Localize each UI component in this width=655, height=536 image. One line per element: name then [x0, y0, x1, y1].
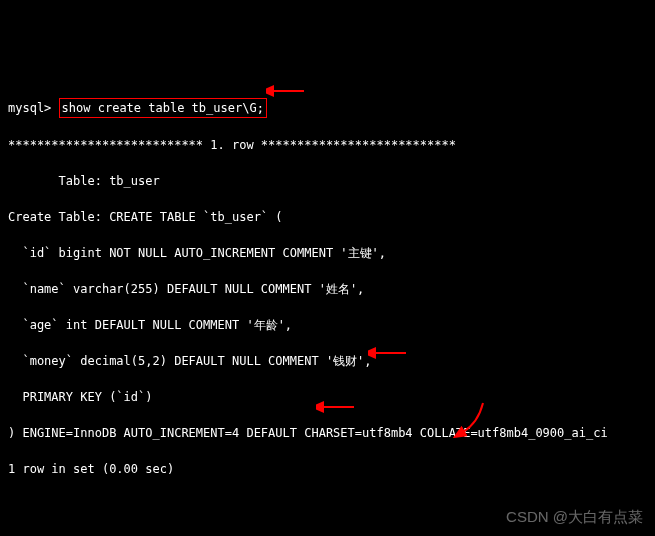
cmd1-highlight: show create table tb_user\G; — [59, 98, 267, 118]
watermark: CSDN @大白有点菜 — [506, 506, 643, 529]
out1-l8: ) ENGINE=InnoDB AUTO_INCREMENT=4 DEFAULT… — [8, 424, 647, 442]
cmd-line-1: mysql> show create table tb_user\G; — [8, 98, 647, 118]
terminal-output: mysql> show create table tb_user\G; ****… — [8, 80, 647, 536]
out1-l7: PRIMARY KEY (`id`) — [8, 388, 647, 406]
out1-l3: `id` bigint NOT NULL AUTO_INCREMENT COMM… — [8, 244, 647, 262]
out1-l5: `age` int DEFAULT NULL COMMENT '年龄', — [8, 316, 647, 334]
out1-l6: `money` decimal(5,2) DEFAULT NULL COMMEN… — [8, 352, 647, 370]
out1-l4: `name` varchar(255) DEFAULT NULL COMMENT… — [8, 280, 647, 298]
out1-l9: 1 row in set (0.00 sec) — [8, 460, 647, 478]
out1-l1: Table: tb_user — [8, 172, 647, 190]
out1-l2: Create Table: CREATE TABLE `tb_user` ( — [8, 208, 647, 226]
row-separator-1: *************************** 1. row *****… — [8, 136, 647, 154]
error-label-1: ERROR: — [8, 532, 647, 536]
prompt: mysql> — [8, 101, 59, 115]
